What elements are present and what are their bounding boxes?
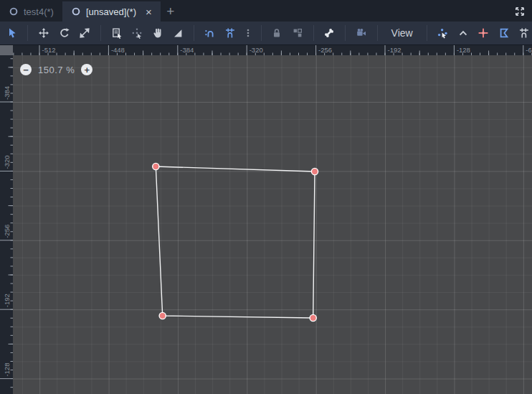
snap-options-menu[interactable] bbox=[243, 24, 253, 42]
scene-circle-icon bbox=[71, 6, 81, 17]
group-node-button[interactable] bbox=[290, 24, 305, 42]
smart-snap-toggle[interactable] bbox=[202, 24, 217, 42]
add-point-tool[interactable] bbox=[476, 24, 491, 42]
select-control-points-tool[interactable] bbox=[455, 24, 470, 42]
polygon-vertex[interactable] bbox=[311, 168, 318, 174]
expand-icon bbox=[514, 6, 526, 17]
camera-icon bbox=[356, 27, 367, 39]
svg-text:-384: -384 bbox=[3, 86, 11, 100]
close-tab-icon[interactable]: × bbox=[146, 6, 152, 17]
zoom-controls: − 150.7 % + bbox=[20, 64, 92, 75]
toolbar-separator bbox=[427, 25, 427, 41]
dots-vertical-icon bbox=[243, 27, 253, 39]
polygon-icon bbox=[498, 27, 510, 39]
ruler-corner bbox=[0, 45, 13, 55]
point-snap-toggle[interactable] bbox=[517, 24, 532, 42]
rotate-icon bbox=[59, 27, 70, 39]
view-menu-label: View bbox=[391, 27, 413, 39]
toolbar-separator bbox=[345, 25, 346, 41]
list-select-icon bbox=[111, 27, 123, 39]
svg-text:-128: -128 bbox=[3, 363, 11, 377]
svg-text:-256: -256 bbox=[318, 46, 332, 54]
polygon-vertex[interactable] bbox=[310, 314, 316, 321]
edit-points-tool[interactable] bbox=[435, 24, 450, 42]
pivot-icon bbox=[131, 27, 143, 39]
select-points-icon bbox=[437, 27, 448, 39]
scene-circle-icon bbox=[9, 6, 19, 17]
chevron-up-icon bbox=[457, 27, 469, 39]
horizontal-ruler[interactable]: -512-448-384-320-256-192-128-64 bbox=[13, 45, 532, 55]
svg-text:-256: -256 bbox=[3, 225, 11, 238]
toolbar-separator bbox=[377, 25, 378, 41]
expand-viewport-button[interactable] bbox=[513, 4, 527, 19]
svg-text:-192: -192 bbox=[388, 46, 402, 54]
scale-icon bbox=[79, 27, 90, 39]
bone-icon bbox=[323, 27, 335, 39]
scene-tab-unsaved[interactable]: [unsaved](*) × bbox=[62, 1, 161, 22]
lock-node-button[interactable] bbox=[270, 24, 285, 42]
svg-text:-128: -128 bbox=[457, 46, 470, 54]
grid-magnet-icon bbox=[224, 27, 236, 39]
cursor-icon bbox=[6, 27, 18, 39]
select-tool[interactable] bbox=[4, 24, 19, 42]
move-tool[interactable] bbox=[36, 24, 51, 42]
toolbar-separator bbox=[313, 25, 314, 41]
polygon-outline bbox=[156, 166, 315, 318]
toolbar-separator bbox=[100, 25, 101, 41]
polygon-vertex[interactable] bbox=[159, 312, 166, 319]
polygon-vertex[interactable] bbox=[153, 163, 159, 169]
grid-snap-icon bbox=[518, 27, 530, 39]
svg-text:-384: -384 bbox=[180, 46, 194, 54]
hand-icon bbox=[152, 27, 163, 39]
svg-text:-320: -320 bbox=[250, 46, 263, 54]
svg-text:-448: -448 bbox=[111, 46, 125, 54]
pivot-tool[interactable] bbox=[129, 24, 144, 42]
canvas-toolbar: View bbox=[0, 22, 532, 45]
toolbar-separator bbox=[261, 25, 262, 41]
editor-window: test4(*) [unsaved](*) × + View -512-448-… bbox=[0, 0, 532, 394]
scene-tab-bar: test4(*) [unsaved](*) × + bbox=[0, 0, 532, 22]
polygon-layer bbox=[13, 55, 532, 394]
lock-icon bbox=[271, 27, 282, 39]
zoom-out-button[interactable]: − bbox=[20, 64, 32, 75]
scene-tab-test4[interactable]: test4(*) bbox=[0, 1, 62, 22]
svg-text:-192: -192 bbox=[3, 294, 11, 307]
camera-override-button[interactable] bbox=[353, 24, 369, 42]
pan-tool[interactable] bbox=[150, 24, 165, 42]
move-icon bbox=[38, 27, 49, 39]
group-icon bbox=[292, 27, 303, 39]
svg-text:-64: -64 bbox=[526, 46, 532, 54]
viewport-canvas[interactable]: − 150.7 % + bbox=[13, 55, 532, 394]
svg-text:-512: -512 bbox=[42, 46, 56, 54]
ruler-icon bbox=[172, 27, 184, 39]
close-polygon-tool[interactable] bbox=[496, 24, 511, 42]
toolbar-separator bbox=[194, 25, 194, 41]
zoom-in-button[interactable]: + bbox=[81, 64, 92, 75]
skeleton-options-menu[interactable] bbox=[322, 24, 337, 42]
ruler-tool[interactable] bbox=[170, 24, 185, 42]
magnet-icon bbox=[204, 27, 215, 39]
vertical-ruler[interactable]: -384-320-256-192-128 bbox=[0, 55, 13, 394]
scene-tab-label: test4(*) bbox=[24, 6, 54, 17]
scale-tool[interactable] bbox=[77, 24, 92, 42]
grid-snap-toggle[interactable] bbox=[222, 24, 237, 42]
zoom-level: 150.7 % bbox=[38, 65, 75, 75]
rotate-tool[interactable] bbox=[57, 24, 72, 42]
svg-text:-320: -320 bbox=[3, 155, 11, 169]
cross-point-icon bbox=[478, 27, 489, 39]
new-scene-tab-button[interactable]: + bbox=[161, 1, 181, 22]
scene-tab-label: [unsaved](*) bbox=[86, 6, 136, 17]
list-select-tool[interactable] bbox=[109, 24, 124, 42]
view-menu[interactable]: View bbox=[386, 24, 419, 42]
toolbar-separator bbox=[27, 25, 28, 41]
